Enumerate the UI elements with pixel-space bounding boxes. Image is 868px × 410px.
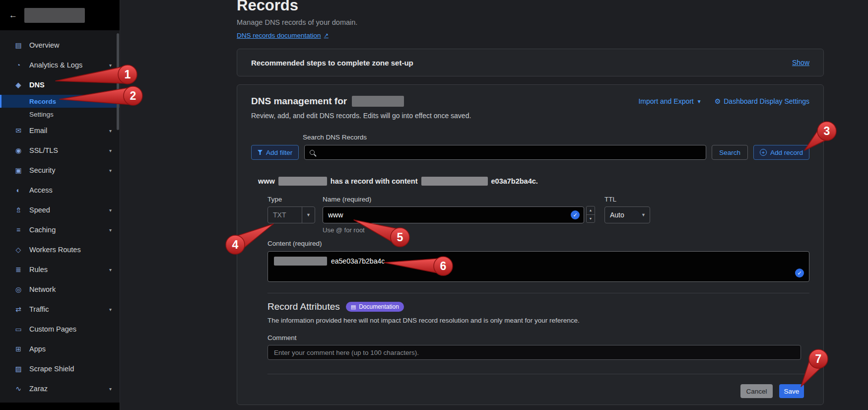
sidebar-item-apps[interactable]: ⊞ Apps <box>0 339 120 359</box>
sidebar-item-analytics-logs[interactable]: ◔ Analytics & Logs ▾ <box>0 55 120 75</box>
sidebar-item-network[interactable]: ◎ Network <box>0 279 120 299</box>
sidebar-item-label: Rules <box>29 266 48 273</box>
name-input-wrap: ✓ <box>323 206 584 223</box>
comment-input[interactable] <box>267 345 801 360</box>
dns-docs-link[interactable]: DNS records documentation ↗ <box>237 32 329 39</box>
record-attributes-description: The information provided here will not i… <box>267 317 809 324</box>
content-textarea[interactable]: ea5e03a7b2ba4c ✓ <box>267 251 809 282</box>
valid-check-icon: ✓ <box>571 210 580 219</box>
email-icon: ✉ <box>14 127 23 135</box>
analytics-icon: ◔ <box>14 61 23 69</box>
access-icon: ◐ <box>14 186 23 194</box>
sidebar-item-label: Traffic <box>29 305 49 313</box>
overview-icon: ▤ <box>14 41 23 49</box>
sidebar-item-scrape-shield[interactable]: ▨ Scrape Shield <box>0 359 120 379</box>
show-link[interactable]: Show <box>792 59 809 67</box>
page-subtitle: Manage DNS records of your domain. <box>237 18 357 26</box>
sidebar-item-records[interactable]: Records <box>0 95 120 108</box>
account-logo-redacted <box>24 8 85 23</box>
import-export-menu[interactable]: Import and Export ▼ <box>638 97 701 105</box>
warning-middle: has a record with content <box>331 177 418 185</box>
warning-content-redacted <box>421 177 488 186</box>
valid-check-icon: ✓ <box>795 269 804 277</box>
dashboard-display-settings-label: Dashboard Display Settings <box>724 97 809 105</box>
sidebar-item-zaraz[interactable]: ∿ Zaraz ▾ <box>0 379 120 399</box>
filter-icon <box>258 150 263 155</box>
name-input[interactable] <box>323 211 571 219</box>
search-button[interactable]: Search <box>712 145 748 160</box>
workers-icon: ◇ <box>14 246 23 254</box>
apps-icon: ⊞ <box>14 345 23 353</box>
sidebar-logo: ← <box>0 0 120 30</box>
sidebar-item-label: Apps <box>29 345 46 353</box>
chevron-down-icon: ▾ <box>109 128 112 134</box>
rules-icon: ≣ <box>14 266 23 273</box>
chevron-down-icon: ▾ <box>109 386 112 392</box>
chevron-down-icon: ▼ <box>302 207 315 223</box>
chevron-down-icon: ▾ <box>109 267 112 273</box>
sidebar-item-traffic[interactable]: ⇄ Traffic ▾ <box>0 299 120 319</box>
duplicate-record-warning: www has a record with content e03a7b2ba4… <box>258 177 809 186</box>
content-redacted <box>274 257 327 266</box>
warning-domain-redacted <box>278 177 327 186</box>
add-filter-button[interactable]: Add filter <box>251 145 299 160</box>
chevron-down-icon: ▾ <box>109 227 112 233</box>
scrape-shield-icon: ▨ <box>14 365 23 373</box>
sidebar-item-label: Settings <box>29 111 54 118</box>
custom-pages-icon: ▭ <box>14 325 23 333</box>
sidebar-item-dns[interactable]: ◈ DNS <box>0 75 120 95</box>
dns-management-card: DNS management for Import and Export ▼ ⚙… <box>237 84 824 405</box>
name-stepper[interactable]: ▲ ▼ <box>586 206 595 223</box>
dns-docs-link-label: DNS records documentation <box>237 32 321 39</box>
sidebar-item-speed[interactable]: ⇯ Speed ▾ <box>0 200 120 220</box>
sidebar-item-email[interactable]: ✉ Email ▾ <box>0 121 120 140</box>
content-label: Content (required) <box>267 240 809 247</box>
caching-icon: ≡ <box>14 226 23 234</box>
add-filter-label: Add filter <box>266 149 292 156</box>
chevron-down-icon: ▾ <box>109 207 112 213</box>
sidebar-item-overview[interactable]: ▤ Overview <box>0 35 120 55</box>
ttl-value: Auto <box>605 211 624 219</box>
sidebar-item-settings[interactable]: Settings <box>0 108 120 121</box>
comment-label: Comment <box>267 334 809 342</box>
sidebar-item-security[interactable]: ▣ Security ▾ <box>0 160 120 180</box>
sidebar-item-label: Scrape Shield <box>29 365 74 373</box>
sidebar-bottom-strip <box>0 403 120 410</box>
sidebar-item-label: Overview <box>29 41 59 49</box>
ttl-select[interactable]: Auto ▼ <box>604 206 650 223</box>
traffic-icon: ⇄ <box>14 305 23 313</box>
sidebar-scrollbar[interactable] <box>117 33 119 130</box>
sidebar-item-caching[interactable]: ≡ Caching ▾ <box>0 220 120 240</box>
gear-icon: ⚙ <box>715 97 721 105</box>
sidebar-item-label: Zaraz <box>29 385 48 393</box>
sidebar-item-label: Security <box>29 166 55 174</box>
add-record-button[interactable]: + Add record <box>753 145 809 160</box>
sidebar-item-access[interactable]: ◐ Access <box>0 180 120 200</box>
sidebar-item-custom-pages[interactable]: ▭ Custom Pages <box>0 319 120 339</box>
sidebar-item-label: Workers Routes <box>29 246 81 254</box>
save-button[interactable]: Save <box>779 384 804 398</box>
cancel-button[interactable]: Cancel <box>740 384 773 398</box>
zaraz-icon: ∿ <box>14 385 23 393</box>
search-button-label: Search <box>719 149 740 156</box>
sidebar-item-label: DNS <box>29 81 45 89</box>
speed-bolt-icon: ⇯ <box>14 206 23 214</box>
sidebar-item-workers-routes[interactable]: ◇ Workers Routes <box>0 240 120 260</box>
sidebar-item-rules[interactable]: ≣ Rules ▾ <box>0 260 120 279</box>
sidebar-item-label: SSL/TLS <box>29 146 58 154</box>
sidebar-item-label: Speed <box>29 206 50 214</box>
chevron-down-icon: ▾ <box>109 63 112 68</box>
stepper-down-icon[interactable]: ▼ <box>587 215 595 223</box>
type-select[interactable]: TXT ▼ <box>267 206 315 223</box>
dashboard-display-settings-link[interactable]: ⚙ Dashboard Display Settings <box>715 97 809 105</box>
documentation-badge[interactable]: ▤ Documentation <box>346 302 404 312</box>
name-help-text: Use @ for root <box>323 226 584 234</box>
stepper-up-icon[interactable]: ▲ <box>587 206 595 215</box>
back-arrow-icon[interactable]: ← <box>9 10 17 20</box>
page-title: Records <box>237 0 298 14</box>
sidebar-item-ssl-tls[interactable]: ◉ SSL/TLS ▾ <box>0 140 120 160</box>
import-export-label: Import and Export <box>638 97 693 105</box>
search-dns-records-input[interactable] <box>319 149 706 156</box>
sidebar-item-label: Caching <box>29 226 56 234</box>
warning-prefix: www <box>258 177 275 185</box>
